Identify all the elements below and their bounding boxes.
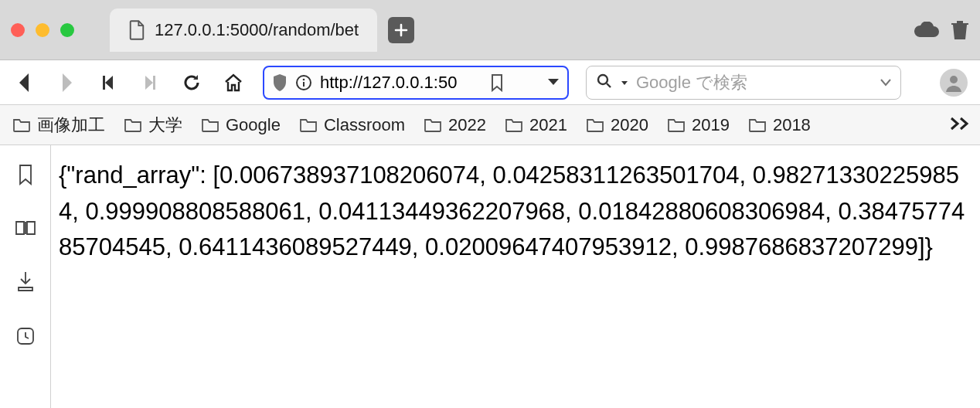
downloads-icon[interactable]: [16, 270, 35, 295]
search-provider-caret-icon[interactable]: [621, 76, 628, 90]
search-dropdown-caret-icon[interactable]: [880, 76, 891, 90]
maximize-window-button[interactable]: [60, 23, 74, 37]
file-icon: [128, 20, 145, 40]
url-input[interactable]: [320, 73, 482, 93]
forward-button: [54, 70, 79, 95]
bookmark-folder[interactable]: 2018: [745, 112, 814, 138]
bookmark-folder[interactable]: 2019: [664, 112, 733, 138]
new-tab-button[interactable]: [388, 17, 414, 43]
reload-button[interactable]: [179, 70, 204, 95]
rewind-start-button[interactable]: [96, 70, 121, 95]
sidebar: [0, 145, 51, 408]
bookmark-folder[interactable]: 2021: [502, 112, 570, 138]
bookmarks-overflow-button[interactable]: [949, 117, 971, 134]
bookmark-folder[interactable]: Classroom: [296, 112, 408, 138]
bookmark-label: 2019: [692, 115, 730, 135]
trash-icon[interactable]: [951, 19, 969, 41]
svg-rect-2: [303, 82, 305, 87]
svg-point-3: [598, 75, 607, 84]
bookmark-folder[interactable]: 2020: [583, 112, 652, 138]
content-area: {"rand_array": [0.006738937108206074, 0.…: [0, 145, 980, 408]
window-controls: [11, 23, 74, 37]
bookmark-label: 2018: [773, 115, 811, 135]
bookmark-label: 画像加工: [37, 114, 105, 137]
search-input[interactable]: [636, 73, 873, 93]
url-dropdown-caret-icon[interactable]: [547, 76, 560, 90]
search-bar[interactable]: [586, 66, 901, 100]
bookmark-folder[interactable]: 画像加工: [9, 110, 108, 140]
back-button[interactable]: [12, 70, 37, 95]
bookmark-folder[interactable]: 2022: [420, 112, 489, 138]
shield-icon: [272, 73, 288, 92]
info-icon[interactable]: [295, 74, 312, 91]
tab-title: 127.0.0.1:5000/random/bet: [155, 20, 359, 40]
bookmark-label: 大学: [148, 114, 182, 137]
close-window-button[interactable]: [11, 23, 25, 37]
response-body-text: {"rand_array": [0.006738937108206074, 0.…: [59, 162, 965, 260]
svg-point-1: [303, 78, 305, 80]
browser-tab[interactable]: 127.0.0.1:5000/random/bet: [110, 8, 377, 52]
bookmark-folder[interactable]: 大学: [121, 110, 185, 140]
bookmark-label: Google: [226, 115, 281, 135]
fast-forward-end-button: [138, 70, 162, 95]
cloud-sync-icon[interactable]: [914, 22, 940, 39]
svg-point-4: [950, 76, 958, 83]
bookmark-outline-icon[interactable]: [17, 164, 34, 189]
home-button[interactable]: [221, 70, 246, 95]
reading-list-icon[interactable]: [15, 219, 36, 240]
bookmark-label: Classroom: [324, 115, 405, 135]
search-icon: [596, 73, 613, 93]
titlebar: 127.0.0.1:5000/random/bet: [0, 0, 980, 60]
minimize-window-button[interactable]: [36, 23, 49, 37]
nav-toolbar: [0, 60, 980, 105]
bookmarks-bar: 画像加工 大学 Google Classroom 2022 2021 2020 …: [0, 105, 980, 145]
history-icon[interactable]: [15, 326, 36, 349]
bookmark-label: 2020: [611, 115, 648, 135]
bookmark-icon[interactable]: [490, 73, 504, 92]
page-body: {"rand_array": [0.006738937108206074, 0.…: [51, 145, 980, 408]
bookmark-label: 2022: [448, 115, 486, 135]
profile-avatar[interactable]: [940, 69, 968, 97]
bookmark-folder[interactable]: Google: [198, 112, 284, 138]
url-bar[interactable]: [263, 66, 569, 100]
bookmark-label: 2021: [529, 115, 567, 135]
